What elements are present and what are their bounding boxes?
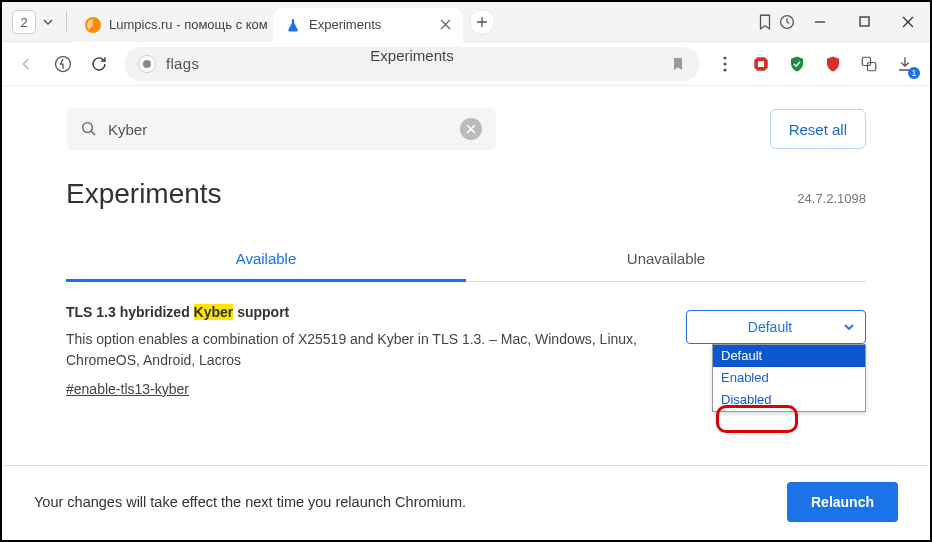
flag-description: This option enables a combination of X25… bbox=[66, 329, 666, 371]
download-badge: 1 bbox=[908, 67, 920, 79]
yandex-logo-icon[interactable] bbox=[52, 53, 74, 75]
adblock-icon[interactable] bbox=[750, 53, 772, 75]
flag-row: TLS 1.3 hybridized Kyber support This op… bbox=[66, 302, 866, 400]
reset-all-button[interactable]: Reset all bbox=[770, 109, 866, 149]
tab-available[interactable]: Available bbox=[66, 238, 466, 282]
chevron-down-icon bbox=[843, 321, 855, 333]
bookmark-outline-icon[interactable] bbox=[754, 11, 776, 33]
flag-state-select[interactable]: Default bbox=[686, 310, 866, 344]
version-text: 24.7.2.1098 bbox=[797, 191, 866, 206]
option-enabled[interactable]: Enabled bbox=[713, 367, 865, 389]
flag-state-dropdown: Default Enabled Disabled bbox=[712, 344, 866, 412]
tab-count-badge[interactable]: 2 bbox=[12, 10, 36, 34]
flask-icon bbox=[285, 17, 301, 33]
window-titlebar: 2 Lumpics.ru - помощь с ком Experiments bbox=[2, 2, 930, 42]
relaunch-bar: Your changes will take effect the next t… bbox=[4, 465, 928, 538]
search-input[interactable]: Kyber bbox=[66, 108, 496, 150]
relaunch-button[interactable]: Relaunch bbox=[787, 482, 898, 522]
tab-unavailable[interactable]: Unavailable bbox=[466, 238, 866, 281]
minimize-button[interactable] bbox=[798, 3, 842, 41]
chevron-down-icon[interactable] bbox=[42, 16, 54, 28]
new-tab-button[interactable] bbox=[469, 9, 495, 35]
tab-label: Lumpics.ru - помощь с ком bbox=[109, 17, 268, 32]
search-icon bbox=[80, 120, 98, 138]
svg-rect-7 bbox=[862, 57, 870, 65]
option-default[interactable]: Default bbox=[713, 345, 865, 367]
svg-point-5 bbox=[723, 68, 726, 71]
svg-rect-6 bbox=[758, 61, 764, 67]
site-favicon bbox=[138, 55, 156, 73]
shield-alert-icon[interactable] bbox=[822, 53, 844, 75]
close-icon[interactable] bbox=[440, 19, 451, 30]
tab-lumpics[interactable]: Lumpics.ru - помощь с ком bbox=[73, 8, 273, 42]
page-tabs: Available Unavailable bbox=[66, 238, 866, 282]
clear-search-icon[interactable] bbox=[460, 118, 482, 140]
tab-experiments[interactable]: Experiments bbox=[273, 8, 463, 42]
svg-point-3 bbox=[723, 56, 726, 59]
search-row: Kyber Reset all bbox=[66, 108, 866, 150]
bookmark-icon[interactable] bbox=[670, 56, 686, 72]
close-window-button[interactable] bbox=[886, 3, 930, 41]
history-icon[interactable] bbox=[776, 11, 798, 33]
maximize-button[interactable] bbox=[842, 3, 886, 41]
relaunch-message: Your changes will take effect the next t… bbox=[34, 494, 466, 510]
option-disabled[interactable]: Disabled bbox=[713, 389, 865, 411]
search-query-text: Kyber bbox=[108, 121, 147, 138]
download-icon[interactable]: 1 bbox=[894, 53, 916, 75]
svg-point-4 bbox=[723, 62, 726, 65]
shield-check-icon[interactable] bbox=[786, 53, 808, 75]
svg-rect-8 bbox=[868, 62, 876, 70]
page-heading: Experiments bbox=[66, 178, 222, 210]
svg-point-9 bbox=[83, 123, 93, 133]
omnibox-page-title: Experiments bbox=[370, 47, 453, 64]
translate-icon[interactable] bbox=[858, 53, 880, 75]
flag-hash-link[interactable]: #enable-tls13-kyber bbox=[66, 379, 189, 400]
flag-title: TLS 1.3 hybridized Kyber support bbox=[66, 302, 666, 323]
select-value: Default bbox=[697, 319, 843, 335]
lumpics-icon bbox=[85, 17, 101, 33]
reload-button[interactable] bbox=[88, 53, 110, 75]
tab-label: Experiments bbox=[309, 17, 381, 32]
svg-rect-1 bbox=[860, 17, 869, 26]
back-button[interactable] bbox=[16, 53, 38, 75]
separator bbox=[66, 11, 67, 33]
browser-toolbar: flags Experiments 1 bbox=[2, 42, 930, 86]
more-menu-icon[interactable] bbox=[714, 53, 736, 75]
url-text: flags bbox=[166, 55, 199, 72]
